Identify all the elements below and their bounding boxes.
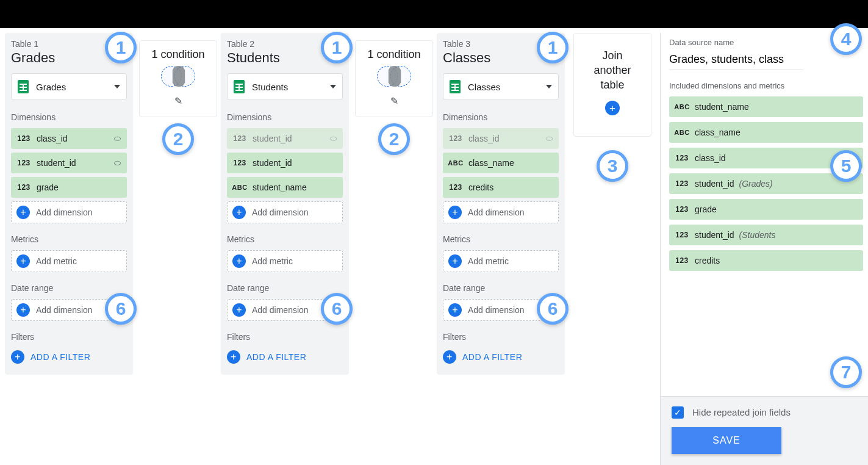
callout-4: 4	[830, 23, 862, 55]
add-filter-button[interactable]: + ADD A FILTER	[227, 348, 343, 366]
field-type-icon: ABC	[669, 122, 695, 143]
caret-down-icon	[546, 85, 552, 88]
add-metric-label: Add metric	[252, 256, 293, 266]
join-card[interactable]: 1 condition ✎	[355, 40, 433, 117]
add-dimension-button[interactable]: + Add dimension	[11, 201, 127, 223]
field-name: student_id	[253, 134, 330, 143]
field-name: student_id	[253, 158, 343, 168]
daterange-header: Date range	[443, 283, 559, 293]
add-dimension-button[interactable]: + Add dimension	[227, 201, 343, 223]
add-dimension-button[interactable]: + Add dimension	[443, 201, 559, 223]
caret-down-icon	[114, 85, 120, 88]
right-panel: Data source name Included dimensions and…	[660, 33, 868, 465]
metrics-header: Metrics	[443, 234, 559, 244]
field-name: class_name	[468, 158, 559, 168]
join-card[interactable]: 1 condition ✎	[139, 40, 217, 117]
dimension-chip[interactable]: ABC class_name	[443, 153, 559, 173]
dimension-chip[interactable]: 123 credits	[443, 177, 559, 198]
add-dimension-label: Add dimension	[468, 207, 525, 217]
field-type-icon: ABC	[443, 153, 468, 173]
add-daterange-label: Add dimension	[36, 305, 93, 315]
add-metric-button[interactable]: + Add metric	[11, 250, 127, 272]
add-filter-button[interactable]: + ADD A FILTER	[443, 348, 559, 366]
source-name: Classes	[468, 82, 546, 92]
join-another-label: Join another table	[579, 48, 646, 92]
callout-6: 6	[105, 293, 137, 325]
callout-3: 3	[597, 150, 628, 182]
callout-6: 6	[537, 293, 569, 325]
field-name: student_id (Students	[695, 230, 858, 240]
callout-2: 2	[378, 123, 410, 155]
dimension-chip[interactable]: ABC student_name	[227, 177, 343, 198]
field-type-icon: 123	[227, 153, 253, 173]
link-icon: ⬭	[114, 134, 121, 143]
hide-repeated-label: Hide repeated join fields	[692, 406, 791, 419]
dimension-chip[interactable]: 123 student_id ⬭	[227, 128, 343, 149]
hide-repeated-row[interactable]: ✓ Hide repeated join fields	[672, 406, 857, 419]
plus-icon: +	[605, 101, 620, 115]
add-filter-label: ADD A FILTER	[30, 352, 90, 362]
callout-5: 5	[830, 150, 862, 182]
field-name: class_id	[37, 134, 114, 143]
metrics-header: Metrics	[227, 234, 343, 244]
dimension-chip[interactable]: 123 grade	[11, 177, 127, 198]
join-another-card[interactable]: Join another table +	[573, 33, 651, 137]
add-metric-button[interactable]: + Add metric	[443, 250, 559, 272]
metrics-header: Metrics	[11, 234, 127, 244]
dimension-chip[interactable]: 123 class_id ⬭	[11, 128, 127, 149]
link-icon: ⬭	[330, 134, 337, 143]
included-field[interactable]: ABC class_name	[669, 122, 863, 143]
field-type-icon: 123	[11, 153, 37, 173]
add-dimension-label: Add dimension	[252, 207, 309, 217]
field-type-icon: 123	[669, 225, 695, 245]
dimension-chip[interactable]: 123 student_id	[227, 153, 343, 173]
dimension-chip[interactable]: 123 student_id ⬭	[11, 153, 127, 173]
plus-icon: +	[16, 254, 30, 268]
add-dimension-label: Add dimension	[36, 207, 93, 217]
plus-icon: +	[448, 254, 462, 268]
field-name: student_name	[695, 102, 858, 112]
add-filter-label: ADD A FILTER	[246, 352, 306, 362]
edit-join-icon[interactable]: ✎	[359, 95, 429, 107]
field-name: student_id	[37, 158, 114, 168]
join-condition-label: 1 condition	[143, 48, 213, 61]
included-field[interactable]: 123 credits	[669, 250, 863, 271]
filters-header: Filters	[443, 332, 559, 342]
dimensions-header: Dimensions	[227, 112, 343, 122]
source-dropdown[interactable]: Students	[227, 73, 343, 100]
table-card-1: Table 1 Grades Grades Dimensions 123 cla…	[5, 33, 133, 375]
sheets-icon	[18, 80, 29, 93]
callout-1: 1	[537, 32, 569, 63]
sheets-icon	[450, 80, 461, 93]
add-metric-button[interactable]: + Add metric	[227, 250, 343, 272]
dimension-chip[interactable]: 123 class_id ⬭	[443, 128, 559, 149]
venn-icon	[376, 65, 412, 89]
source-dropdown[interactable]: Grades	[11, 73, 127, 100]
field-type-icon: 123	[227, 128, 253, 149]
edit-join-icon[interactable]: ✎	[143, 95, 213, 107]
field-type-icon: 123	[669, 250, 695, 271]
add-metric-label: Add metric	[36, 256, 77, 266]
right-panel-footer: ✓ Hide repeated join fields SAVE	[661, 396, 868, 465]
dimensions-header: Dimensions	[11, 112, 127, 122]
datasource-name-input[interactable]	[669, 51, 803, 70]
included-field[interactable]: ABC student_name	[669, 96, 863, 117]
included-field[interactable]: 123 grade	[669, 199, 863, 220]
filters-header: Filters	[227, 332, 343, 342]
plus-icon: +	[443, 350, 456, 364]
save-button[interactable]: SAVE	[672, 427, 781, 454]
join-condition-label: 1 condition	[359, 48, 429, 61]
field-type-icon: 123	[11, 177, 37, 198]
field-type-icon: ABC	[669, 96, 695, 117]
field-type-icon: ABC	[227, 177, 253, 198]
add-daterange-label: Add dimension	[468, 305, 525, 315]
add-filter-button[interactable]: + ADD A FILTER	[11, 348, 127, 366]
join-column-1: 1 condition ✎ 2	[135, 33, 221, 124]
plus-icon: +	[16, 206, 30, 219]
add-metric-label: Add metric	[468, 256, 509, 266]
plus-icon: +	[448, 206, 462, 219]
checkbox-icon[interactable]: ✓	[672, 406, 684, 419]
callout-2: 2	[162, 123, 194, 155]
included-field[interactable]: 123 student_id (Students	[669, 225, 863, 245]
source-dropdown[interactable]: Classes	[443, 73, 559, 100]
